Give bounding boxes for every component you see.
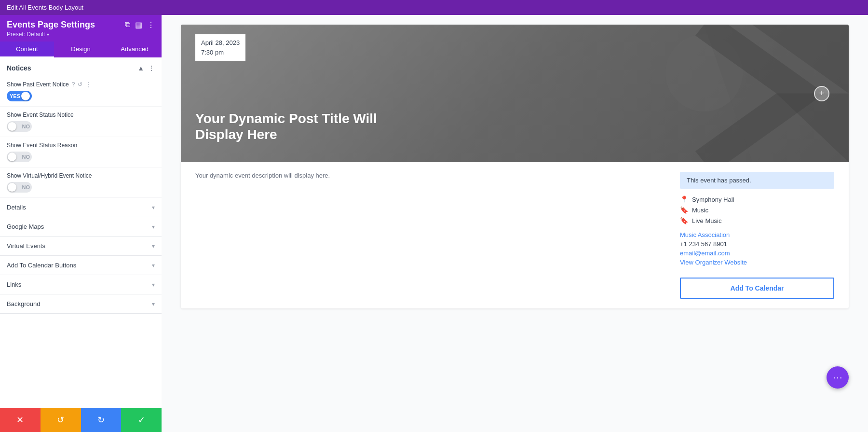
organizer-phone: +1 234 567 8901 [680,240,834,248]
save-button[interactable]: ✓ [121,408,162,432]
preset-label[interactable]: Preset: Default ▾ [7,31,155,38]
add-to-calendar-button[interactable]: Add To Calendar [680,278,834,299]
event-status-notice-toggle[interactable]: NO [7,121,32,132]
event-status-notice-toggle-wrap: NO [7,121,155,132]
past-event-toggle-wrap: YES [7,91,155,101]
sidebar-header: Events Page Settings ⧉ ▦ ⋮ Preset: Defau… [0,15,162,38]
virtual-events-title: Virtual Events [7,242,45,250]
sidebar-bottom: ✕ ↺ ↻ ✓ [0,408,162,432]
details-header[interactable]: Details ▾ [0,198,162,217]
tab-content[interactable]: Content [0,42,54,57]
add-content-button[interactable]: + [814,86,829,101]
event-banner: April 28, 2023 7:30 pm Your Dynamic Post… [181,25,849,162]
event-category2: Live Music [692,217,721,224]
organizer-name-link[interactable]: Music Association [680,231,834,238]
add-to-calendar-buttons-header[interactable]: Add To Calendar Buttons ▾ [0,256,162,275]
past-event-toggle[interactable]: YES [7,91,32,101]
redo-button[interactable]: ↻ [81,408,122,432]
notices-section-header: Notices ▲ ⋮ [0,57,162,76]
show-virtual-event-notice-label: Show Virtual/Hybrid Event Notice [7,172,155,179]
event-time: 7:30 pm [201,48,240,57]
details-title: Details [7,204,26,211]
virtual-events-chevron: ▾ [152,243,155,250]
category-icon-1: 🔖 [680,206,688,214]
event-date-box: April 28, 2023 7:30 pm [195,34,245,61]
links-header[interactable]: Links ▾ [0,275,162,294]
event-category2-row: 🔖 Live Music [680,217,834,224]
background-section: Background ▾ [0,294,162,314]
show-past-event-notice-row: Show Past Event Notice ? ↺ ⋮ YES [0,76,162,107]
event-body: Your dynamic event description will disp… [181,162,849,308]
category-icon-2: 🔖 [680,217,688,224]
virtual-events-section: Virtual Events ▾ [0,237,162,256]
links-chevron: ▾ [152,281,155,288]
help-icon-past-event: ? [72,81,75,88]
links-title: Links [7,281,21,288]
organizer-email-link[interactable]: email@email.com [680,250,834,257]
show-event-status-reason-label: Show Event Status Reason [7,142,155,149]
notices-more-btn[interactable]: ⋮ [148,64,155,72]
add-to-calendar-buttons-section: Add To Calendar Buttons ▾ [0,256,162,275]
event-details-sidebar: This event has passed. 📍 Symphony Hall 🔖… [680,172,834,299]
show-event-status-notice-row: Show Event Status Notice NO [0,107,162,137]
event-description: Your dynamic event description will disp… [195,172,665,299]
event-title: Your Dynamic Post Title Will Display Her… [195,111,388,143]
top-bar-title: Edit All Events Body Layout [7,4,83,11]
google-maps-title: Google Maps [7,223,44,230]
main-layout: Events Page Settings ⧉ ▦ ⋮ Preset: Defau… [0,15,868,432]
more-icon-past-event[interactable]: ⋮ [85,81,91,88]
event-organizer: Music Association +1 234 567 8901 email@… [680,231,834,266]
sidebar-title: Events Page Settings [7,20,95,30]
virtual-events-header[interactable]: Virtual Events ▾ [0,237,162,255]
google-maps-chevron: ▾ [152,223,155,230]
event-notice: This event has passed. [680,172,834,189]
add-to-calendar-buttons-title: Add To Calendar Buttons [7,262,76,269]
event-venue-row: 📍 Symphony Hall [680,195,834,203]
event-card: April 28, 2023 7:30 pm Your Dynamic Post… [181,25,849,308]
show-virtual-event-notice-row: Show Virtual/Hybrid Event Notice NO [0,167,162,198]
reset-icon-past-event[interactable]: ↺ [78,81,82,88]
sidebar-tabs: Content Design Advanced [0,42,162,57]
sidebar: Events Page Settings ⧉ ▦ ⋮ Preset: Defau… [0,15,162,432]
event-category1: Music [692,207,708,214]
event-date: April 28, 2023 [201,38,240,48]
copy-icon[interactable]: ⧉ [125,20,130,29]
details-section: Details ▾ [0,198,162,217]
add-to-calendar-buttons-chevron: ▾ [152,262,155,269]
links-section: Links ▾ [0,275,162,294]
notices-section-title: Notices [7,64,31,72]
tab-advanced[interactable]: Advanced [108,42,162,57]
virtual-event-notice-toggle-knob [8,183,16,192]
event-category1-row: 🔖 Music [680,206,834,214]
show-event-status-notice-label: Show Event Status Notice [7,111,155,118]
show-past-event-notice-label: Show Past Event Notice ? ↺ ⋮ [7,81,155,88]
notices-section-header-left: Notices [7,64,31,72]
background-header[interactable]: Background ▾ [0,294,162,313]
organizer-website-link[interactable]: View Organizer Website [680,259,834,266]
notices-section-header-right: ▲ ⋮ [137,64,155,72]
event-status-notice-toggle-knob [8,122,16,131]
top-bar: Edit All Events Body Layout [0,0,868,15]
notices-collapse-btn[interactable]: ▲ [137,64,144,72]
show-event-status-reason-row: Show Event Status Reason NO [0,137,162,167]
sidebar-header-row: Events Page Settings ⧉ ▦ ⋮ [7,20,155,30]
google-maps-section: Google Maps ▾ [0,217,162,237]
virtual-event-notice-toggle[interactable]: NO [7,182,32,193]
location-icon: 📍 [680,195,688,203]
background-chevron: ▾ [152,301,155,307]
event-status-reason-toggle[interactable]: NO [7,152,32,162]
tab-design[interactable]: Design [54,42,108,57]
more-options-icon[interactable]: ⋮ [147,20,155,29]
event-status-reason-toggle-knob [8,153,16,161]
cancel-button[interactable]: ✕ [0,408,41,432]
fab-button[interactable]: ⋯ [827,366,849,389]
event-venue: Symphony Hall [692,196,734,203]
preview-area: April 28, 2023 7:30 pm Your Dynamic Post… [162,15,868,432]
google-maps-header[interactable]: Google Maps ▾ [0,217,162,236]
event-status-reason-toggle-wrap: NO [7,152,155,162]
sidebar-content: Notices ▲ ⋮ Show Past Event Notice ? ↺ ⋮ [0,57,162,408]
details-chevron: ▾ [152,204,155,211]
past-event-toggle-knob [21,92,30,100]
layout-icon[interactable]: ▦ [135,20,142,29]
reset-button[interactable]: ↺ [41,408,81,432]
